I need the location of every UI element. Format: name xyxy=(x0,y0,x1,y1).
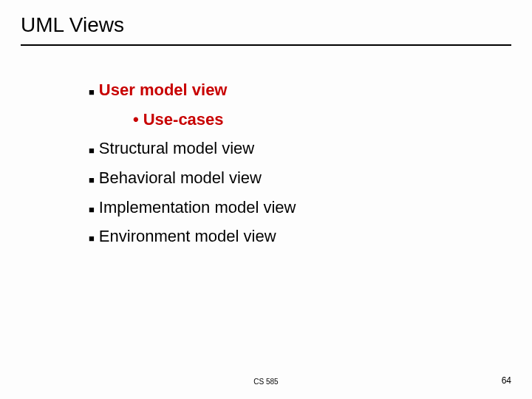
list-item-label: Environment model view xyxy=(99,225,276,248)
square-bullet-icon: ■ xyxy=(89,86,95,99)
list-item: ■ Implementation model view xyxy=(89,197,532,219)
square-bullet-icon: ■ xyxy=(89,174,95,187)
list-item-label: Behavioral model view xyxy=(99,167,262,189)
list-item: ■ User model view xyxy=(89,79,532,101)
list-item-label: Structural model view xyxy=(99,137,254,160)
list-item: ■ Behavioral model view xyxy=(89,167,532,189)
list-item: ■ Structural model view xyxy=(89,137,532,160)
square-bullet-icon: ■ xyxy=(89,144,95,157)
list-item-label: User model view xyxy=(99,79,228,101)
square-bullet-icon: ■ xyxy=(89,203,95,216)
square-bullet-icon: ■ xyxy=(89,232,95,245)
dot-bullet-icon: • xyxy=(133,110,139,129)
list-item: ■ Environment model view xyxy=(89,225,532,248)
content-area: ■ User model view • Use-cases ■ Structur… xyxy=(0,46,532,248)
page-number: 64 xyxy=(502,375,511,386)
sub-list-item-label: Use-cases xyxy=(143,109,224,131)
sub-list-item: • Use-cases xyxy=(133,109,532,131)
footer-course-code: CS 585 xyxy=(0,378,532,386)
slide-title: UML Views xyxy=(0,0,532,44)
list-item-label: Implementation model view xyxy=(99,197,296,219)
